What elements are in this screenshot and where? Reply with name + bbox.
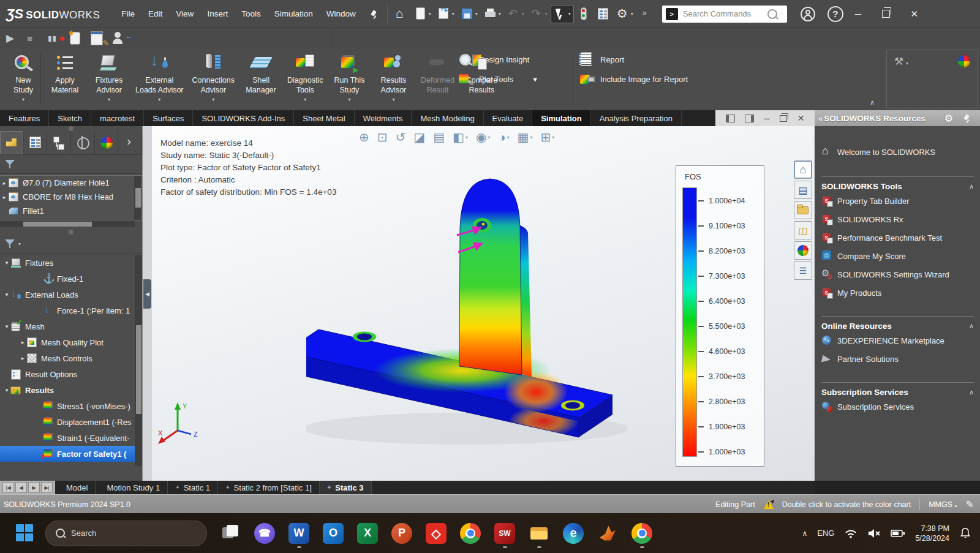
graphics-viewport[interactable]: ⊕▾⊡▾↺▾◪▾▤▾◧▾◉▾◑▾▦▾⊞▾ Model name: exercis… xyxy=(152,126,815,481)
pin-menubar-icon[interactable] xyxy=(369,10,377,18)
task-pane-link[interactable]: Partner Solutions xyxy=(821,350,974,367)
minimize-button[interactable]: ─ xyxy=(845,4,872,24)
pane-file-explorer[interactable] xyxy=(794,201,812,219)
task-pane-link[interactable]: SOLIDWORKS Settings Wizard xyxy=(821,266,974,283)
flyout-hscrollbar[interactable] xyxy=(0,220,135,227)
task-pane-link[interactable]: SOLIDWORKS Rx xyxy=(821,211,974,228)
collapse-section-chevron[interactable]: ∧ xyxy=(969,388,974,396)
design-insight-button[interactable]: Design Insight ▾ xyxy=(458,52,537,67)
last-tab-button[interactable]: ▶| xyxy=(41,482,53,493)
previous-view-button[interactable]: ↺▾ xyxy=(394,129,408,145)
study-tab[interactable]: ✦Static 1 xyxy=(168,481,218,494)
document-close-button[interactable]: ✕ xyxy=(797,113,805,123)
command-tab[interactable]: Mesh Modeling xyxy=(412,110,483,126)
section-view-button[interactable]: ◪▾ xyxy=(412,129,427,145)
menu-item[interactable]: Edit xyxy=(141,6,169,22)
appearance-sphere-icon[interactable] xyxy=(958,55,970,67)
notifications-bell-icon[interactable] xyxy=(959,527,971,540)
task-pane-link[interactable]: Performance Benchmark Test xyxy=(821,229,974,246)
external-loads-advisor-button[interactable]: ExternalLoads Advisor ▾ xyxy=(131,48,188,110)
tab-propertymanager[interactable] xyxy=(24,131,48,154)
menu-item[interactable]: Insert xyxy=(200,6,235,22)
file-properties-button[interactable]: ▾ xyxy=(594,6,612,23)
study-tab[interactable]: ✦Static 2 from [Static 1] xyxy=(218,481,320,494)
panel-grip[interactable] xyxy=(0,126,142,131)
select-button[interactable]: ▾ xyxy=(551,6,573,23)
results-advisor-button[interactable]: ResultsAdvisor ▾ xyxy=(371,48,415,110)
stop-macro-button[interactable] xyxy=(27,31,43,46)
volume-muted-icon[interactable] xyxy=(867,528,881,539)
command-tab[interactable]: Analysis Preparation xyxy=(591,110,682,126)
undo-button[interactable]: ▾ xyxy=(505,6,527,23)
account-icon[interactable] xyxy=(801,7,815,21)
tray-overflow-chevron[interactable]: ∧ xyxy=(802,529,807,538)
options-button[interactable]: ▾ xyxy=(614,6,636,23)
task-pane-link[interactable]: Property Tab Builder xyxy=(821,192,974,209)
command-tab[interactable]: Evaluate xyxy=(484,110,533,126)
flyout-scrollbar[interactable] xyxy=(134,176,141,220)
command-tab[interactable]: SOLIDWORKS Add-Ins xyxy=(193,110,294,126)
task-pane-link[interactable]: 3DEXPERIENCE Marketplace xyxy=(821,332,974,349)
feature-tree-item[interactable]: ▸ Ø7.0 (7) Diameter Hole1 xyxy=(0,176,141,190)
pane-design-library[interactable] xyxy=(794,181,812,199)
language-indicator[interactable]: ENG xyxy=(817,529,834,538)
show-left-pane-icon[interactable] xyxy=(726,115,735,122)
study-tree-item[interactable]: ▾ Results xyxy=(0,382,142,398)
command-tab[interactable]: macrotest xyxy=(91,110,144,126)
command-tab[interactable]: Sketch xyxy=(49,110,91,126)
open-button[interactable]: ▾ xyxy=(435,6,457,23)
menu-item[interactable]: File xyxy=(115,6,141,22)
section-header[interactable]: Subscription Services∧ xyxy=(821,382,974,397)
view-settings-button[interactable]: ⊞▾ xyxy=(539,129,557,145)
apply-material-button[interactable]: ApplyMaterial ▾ xyxy=(43,48,87,110)
new-document-button[interactable]: ▾ xyxy=(412,6,434,23)
new-study-button[interactable]: NewStudy ▾ xyxy=(1,48,45,110)
study-tree-item[interactable]: Displacement1 (-Res xyxy=(0,414,142,430)
home-button[interactable]: ▾ xyxy=(392,6,410,23)
solidworks-2024-app[interactable] xyxy=(491,517,518,549)
menu-item[interactable]: View xyxy=(169,6,200,22)
macro-user-button[interactable] xyxy=(112,31,128,46)
task-pane-link[interactable]: Compare My Score xyxy=(821,247,974,265)
study-tree-item[interactable]: Factor of Safety1 ( xyxy=(0,446,142,462)
study-tree-item[interactable]: Stress1 (-vonMises-) xyxy=(0,398,142,414)
prev-tab-button[interactable]: ◀ xyxy=(15,482,27,493)
connections-advisor-button[interactable]: ConnectionsAdvisor ▾ xyxy=(188,48,239,110)
word-app[interactable] xyxy=(285,517,312,549)
gear-icon[interactable]: ⚙ xyxy=(944,113,953,124)
outlook-app[interactable] xyxy=(320,517,347,549)
edit-macro-button[interactable] xyxy=(91,31,107,46)
pane-solidworks-resources[interactable] xyxy=(794,160,812,179)
study-tree-item[interactable]: ▸ Mesh Quality Plot xyxy=(0,334,142,350)
help-icon[interactable]: ? xyxy=(827,6,843,22)
command-tab[interactable]: Features xyxy=(0,110,49,126)
display-style-button[interactable]: ◉▾ xyxy=(474,129,492,145)
command-tab[interactable]: Surfaces xyxy=(144,110,193,126)
start-button[interactable] xyxy=(16,524,34,543)
section-header[interactable]: Online Resources∧ xyxy=(821,316,974,331)
collapse-panel-tab[interactable]: ◀ xyxy=(143,279,151,309)
close-button[interactable]: ✕ xyxy=(901,4,928,24)
tab-more[interactable] xyxy=(118,131,142,154)
edge-app[interactable] xyxy=(560,517,587,549)
study-tab[interactable]: Motion Study 1 xyxy=(96,481,168,494)
study-tree-item[interactable]: ▸ Mesh Controls xyxy=(0,350,142,366)
tree-filter[interactable] xyxy=(0,155,142,174)
wifi-icon[interactable] xyxy=(844,528,858,539)
menu-item[interactable]: Simulation xyxy=(268,6,320,22)
task-pane-header[interactable]: « SOLIDWORKS Resources ⚙ xyxy=(815,110,980,126)
diagnostic-tools-button[interactable]: DiagnosticTools ▾ xyxy=(283,48,327,110)
feature-tree-item[interactable]: ▸ CBORE for M8 Hex Head xyxy=(0,190,141,204)
toolbar-overflow-button[interactable]: ▾ xyxy=(637,6,655,23)
feature-tree-item[interactable]: Fillet1 xyxy=(0,204,141,218)
clock[interactable]: 7:38 PM 5/28/2024 xyxy=(915,524,949,543)
panel-splitter[interactable]: ◀ xyxy=(142,126,153,481)
annotation-views-button[interactable]: ▤▾ xyxy=(431,129,447,145)
study-tree-item[interactable]: ▾ Mesh xyxy=(0,318,142,334)
matlab-app[interactable] xyxy=(594,517,621,549)
first-tab-button[interactable]: |◀ xyxy=(2,482,14,493)
command-tab[interactable]: Weldments xyxy=(355,110,412,126)
section-header[interactable]: SOLIDWORKS Tools∧ xyxy=(821,176,974,191)
chrome-app[interactable] xyxy=(457,517,484,549)
deformed-result-button[interactable]: DeformedResult ▾ xyxy=(415,48,459,110)
